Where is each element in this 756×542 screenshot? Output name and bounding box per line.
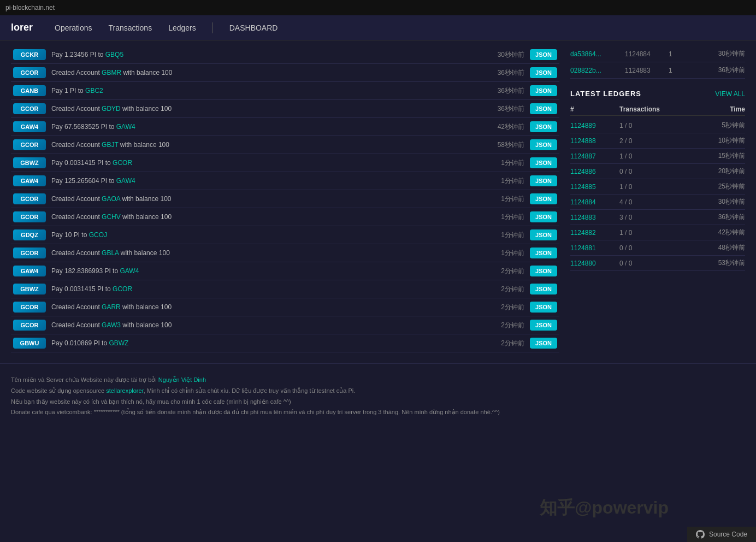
op-time: 36秒钟前 (486, 86, 524, 96)
ledger-num[interactable]: 1124889 (570, 122, 614, 129)
recent-tx-list: da53864...1124884130秒钟前028822b...1124883… (570, 46, 745, 79)
footer-line3: Nếu bạn thấy website này có ích và bạn t… (11, 397, 745, 408)
op-badge[interactable]: GCOR (13, 139, 46, 150)
json-button[interactable]: JSON (530, 157, 557, 168)
ledger-num[interactable]: 1124885 (570, 183, 614, 191)
op-desc: Pay 0.010869 PI to GBWZ (51, 339, 481, 347)
json-button[interactable]: JSON (530, 211, 557, 222)
json-button[interactable]: JSON (530, 193, 557, 204)
operation-row: GCORCreated Account GBJT with balance 10… (11, 136, 559, 154)
op-badge[interactable]: GCOR (13, 193, 46, 204)
op-badge[interactable]: GBWZ (13, 284, 46, 294)
nav-divider (212, 22, 213, 33)
op-badge[interactable]: GCOR (13, 211, 46, 222)
ledger-txs: 0 / 0 (619, 168, 663, 175)
op-link[interactable]: GCOR (113, 159, 132, 167)
op-badge[interactable]: GCOR (13, 320, 46, 331)
op-time: 1分钟前 (486, 195, 524, 204)
ledgers-section: LATEST LEDGERS VIEW ALL # Transactions T… (570, 90, 745, 271)
op-badge[interactable]: GANB (13, 85, 46, 96)
ledger-row: 11248833 / 036秒钟前 (570, 210, 745, 225)
op-link[interactable]: GBC2 (85, 87, 103, 95)
op-link[interactable]: GAOA (102, 195, 120, 203)
op-badge[interactable]: GAW4 (13, 175, 46, 186)
nav-dashboard[interactable]: DASHBOARD (229, 23, 278, 32)
json-button[interactable]: JSON (530, 49, 557, 60)
tx-hash[interactable]: 028822b... (570, 67, 619, 74)
nav-transactions[interactable]: Transactions (109, 21, 152, 34)
op-link[interactable]: GAW4 (120, 267, 139, 275)
ledger-row: 11248891 / 05秒钟前 (570, 118, 745, 133)
op-link[interactable]: GCOJ (89, 231, 107, 239)
op-badge[interactable]: GCOR (13, 103, 46, 114)
op-badge[interactable]: GAW4 (13, 266, 46, 276)
footer-link-author[interactable]: Nguyễn Việt Dinh (158, 376, 206, 383)
nav-operations[interactable]: Operations (55, 21, 92, 34)
op-link[interactable]: GBQ5 (105, 51, 123, 58)
op-badge[interactable]: GCKR (13, 49, 46, 60)
op-link[interactable]: GAW4 (116, 177, 135, 185)
json-button[interactable]: JSON (530, 103, 557, 114)
op-link[interactable]: GAW4 (116, 123, 135, 131)
json-button[interactable]: JSON (530, 320, 557, 331)
op-link[interactable]: GBMR (102, 69, 121, 76)
op-badge[interactable]: GAW4 (13, 121, 46, 132)
ledger-num[interactable]: 1124883 (570, 214, 614, 221)
json-button[interactable]: JSON (530, 67, 557, 78)
json-button[interactable]: JSON (530, 248, 557, 258)
ledger-time: 25秒钟前 (669, 182, 745, 191)
op-link[interactable]: GCHV (102, 213, 121, 221)
op-time: 2分钟前 (486, 285, 524, 294)
op-time: 1分钟前 (486, 249, 524, 258)
ledger-num[interactable]: 1124886 (570, 168, 614, 175)
op-link[interactable]: GAW3 (102, 321, 121, 329)
ledger-num[interactable]: 1124881 (570, 244, 614, 252)
view-all-link[interactable]: VIEW ALL (715, 90, 745, 98)
op-badge[interactable]: GCOR (13, 302, 46, 313)
op-link[interactable]: GBWZ (109, 339, 128, 347)
op-link[interactable]: GCOR (113, 285, 132, 293)
op-desc: Created Account GAW3 with balance 100 (51, 321, 481, 329)
json-button[interactable]: JSON (530, 85, 557, 96)
ledger-num[interactable]: 1124882 (570, 229, 614, 237)
json-button[interactable]: JSON (530, 121, 557, 132)
json-button[interactable]: JSON (530, 266, 557, 276)
op-link[interactable]: GBLA (102, 249, 119, 257)
op-desc: Created Account GDYD with balance 100 (51, 105, 481, 113)
nav-bar: lorer Operations Transactions Ledgers DA… (0, 15, 756, 40)
ledger-num[interactable]: 1124884 (570, 198, 614, 206)
nav-ledgers[interactable]: Ledgers (168, 21, 196, 34)
ledger-time: 36秒钟前 (669, 213, 745, 222)
ledger-row: 11248871 / 015秒钟前 (570, 149, 745, 164)
footer-link-stellarexplorer[interactable]: stellarexplorer (106, 387, 143, 394)
op-badge[interactable]: GCOR (13, 248, 46, 258)
op-badge[interactable]: GBWZ (13, 157, 46, 168)
op-badge[interactable]: GDQZ (13, 229, 46, 240)
ledger-num[interactable]: 1124880 (570, 260, 614, 267)
json-button[interactable]: JSON (530, 302, 557, 313)
source-code-bar[interactable]: Source Code (687, 527, 756, 542)
ledger-row: 11248844 / 030秒钟前 (570, 195, 745, 210)
ledger-num[interactable]: 1124888 (570, 137, 614, 145)
operations-list: GCKRPay 1.23456 PI to GBQ530秒钟前JSONGCORC… (11, 46, 559, 352)
operation-row: GAW4Pay 182.8386993 PI to GAW42分钟前JSON (11, 262, 559, 280)
op-badge[interactable]: GBWU (13, 338, 46, 349)
json-button[interactable]: JSON (530, 229, 557, 240)
ledger-row: 11248810 / 048秒钟前 (570, 240, 745, 256)
ledger-num[interactable]: 1124887 (570, 152, 614, 160)
op-desc: Created Account GBLA with balance 100 (51, 249, 481, 257)
op-desc: Created Account GAOA with balance 100 (51, 195, 481, 203)
tx-time: 30秒钟前 (685, 49, 745, 58)
op-badge[interactable]: GCOR (13, 67, 46, 78)
json-button[interactable]: JSON (530, 284, 557, 294)
op-link[interactable]: GBJT (102, 141, 118, 149)
op-link[interactable]: GARR (102, 303, 121, 311)
json-button[interactable]: JSON (530, 139, 557, 150)
ledgers-header: LATEST LEDGERS VIEW ALL (570, 90, 745, 98)
json-button[interactable]: JSON (530, 338, 557, 349)
operation-row: GBWZPay 0.0031415 PI to GCOR1分钟前JSON (11, 154, 559, 172)
json-button[interactable]: JSON (530, 175, 557, 186)
tx-hash[interactable]: da53864... (570, 50, 619, 58)
op-link[interactable]: GDYD (102, 105, 121, 113)
ledger-txs: 1 / 0 (619, 229, 663, 237)
